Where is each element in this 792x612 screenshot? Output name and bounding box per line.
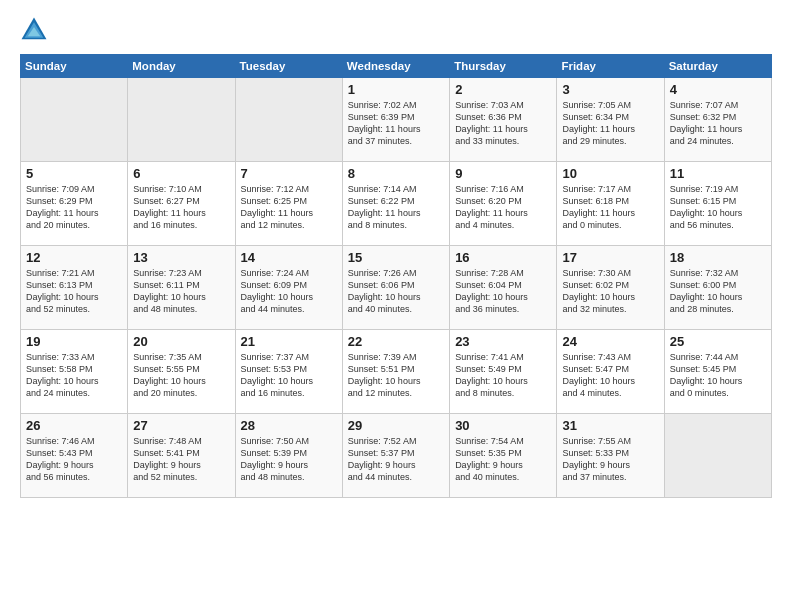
calendar-cell — [235, 78, 342, 162]
header-row: SundayMondayTuesdayWednesdayThursdayFrid… — [21, 55, 772, 78]
calendar-cell: 31Sunrise: 7:55 AM Sunset: 5:33 PM Dayli… — [557, 414, 664, 498]
calendar-cell: 11Sunrise: 7:19 AM Sunset: 6:15 PM Dayli… — [664, 162, 771, 246]
cell-info: Sunrise: 7:16 AM Sunset: 6:20 PM Dayligh… — [455, 183, 551, 232]
cell-info: Sunrise: 7:30 AM Sunset: 6:02 PM Dayligh… — [562, 267, 658, 316]
day-number: 26 — [26, 418, 122, 433]
calendar-cell: 19Sunrise: 7:33 AM Sunset: 5:58 PM Dayli… — [21, 330, 128, 414]
day-number: 11 — [670, 166, 766, 181]
calendar-cell: 28Sunrise: 7:50 AM Sunset: 5:39 PM Dayli… — [235, 414, 342, 498]
calendar-cell: 17Sunrise: 7:30 AM Sunset: 6:02 PM Dayli… — [557, 246, 664, 330]
calendar-cell: 7Sunrise: 7:12 AM Sunset: 6:25 PM Daylig… — [235, 162, 342, 246]
cell-info: Sunrise: 7:39 AM Sunset: 5:51 PM Dayligh… — [348, 351, 444, 400]
day-number: 20 — [133, 334, 229, 349]
cell-info: Sunrise: 7:17 AM Sunset: 6:18 PM Dayligh… — [562, 183, 658, 232]
day-number: 27 — [133, 418, 229, 433]
cell-info: Sunrise: 7:43 AM Sunset: 5:47 PM Dayligh… — [562, 351, 658, 400]
day-number: 31 — [562, 418, 658, 433]
logo — [20, 16, 52, 44]
day-header-tuesday: Tuesday — [235, 55, 342, 78]
page: SundayMondayTuesdayWednesdayThursdayFrid… — [0, 0, 792, 612]
calendar-cell: 9Sunrise: 7:16 AM Sunset: 6:20 PM Daylig… — [450, 162, 557, 246]
day-number: 16 — [455, 250, 551, 265]
calendar-cell: 15Sunrise: 7:26 AM Sunset: 6:06 PM Dayli… — [342, 246, 449, 330]
day-number: 18 — [670, 250, 766, 265]
day-number: 23 — [455, 334, 551, 349]
day-number: 22 — [348, 334, 444, 349]
header — [20, 16, 772, 44]
day-number: 17 — [562, 250, 658, 265]
logo-icon — [20, 16, 48, 44]
day-number: 15 — [348, 250, 444, 265]
cell-info: Sunrise: 7:12 AM Sunset: 6:25 PM Dayligh… — [241, 183, 337, 232]
calendar-cell: 13Sunrise: 7:23 AM Sunset: 6:11 PM Dayli… — [128, 246, 235, 330]
cell-info: Sunrise: 7:46 AM Sunset: 5:43 PM Dayligh… — [26, 435, 122, 484]
calendar-cell: 24Sunrise: 7:43 AM Sunset: 5:47 PM Dayli… — [557, 330, 664, 414]
week-row-3: 12Sunrise: 7:21 AM Sunset: 6:13 PM Dayli… — [21, 246, 772, 330]
cell-info: Sunrise: 7:50 AM Sunset: 5:39 PM Dayligh… — [241, 435, 337, 484]
day-number: 29 — [348, 418, 444, 433]
day-number: 19 — [26, 334, 122, 349]
calendar-cell — [128, 78, 235, 162]
cell-info: Sunrise: 7:05 AM Sunset: 6:34 PM Dayligh… — [562, 99, 658, 148]
cell-info: Sunrise: 7:41 AM Sunset: 5:49 PM Dayligh… — [455, 351, 551, 400]
cell-info: Sunrise: 7:28 AM Sunset: 6:04 PM Dayligh… — [455, 267, 551, 316]
day-number: 4 — [670, 82, 766, 97]
calendar-cell: 30Sunrise: 7:54 AM Sunset: 5:35 PM Dayli… — [450, 414, 557, 498]
day-number: 2 — [455, 82, 551, 97]
day-number: 6 — [133, 166, 229, 181]
day-number: 3 — [562, 82, 658, 97]
calendar-cell: 6Sunrise: 7:10 AM Sunset: 6:27 PM Daylig… — [128, 162, 235, 246]
week-row-2: 5Sunrise: 7:09 AM Sunset: 6:29 PM Daylig… — [21, 162, 772, 246]
day-number: 5 — [26, 166, 122, 181]
day-number: 25 — [670, 334, 766, 349]
calendar-cell — [664, 414, 771, 498]
cell-info: Sunrise: 7:37 AM Sunset: 5:53 PM Dayligh… — [241, 351, 337, 400]
calendar-cell: 14Sunrise: 7:24 AM Sunset: 6:09 PM Dayli… — [235, 246, 342, 330]
calendar-cell: 22Sunrise: 7:39 AM Sunset: 5:51 PM Dayli… — [342, 330, 449, 414]
calendar-cell: 1Sunrise: 7:02 AM Sunset: 6:39 PM Daylig… — [342, 78, 449, 162]
calendar-cell: 29Sunrise: 7:52 AM Sunset: 5:37 PM Dayli… — [342, 414, 449, 498]
day-header-wednesday: Wednesday — [342, 55, 449, 78]
calendar-cell — [21, 78, 128, 162]
day-number: 28 — [241, 418, 337, 433]
calendar-cell: 2Sunrise: 7:03 AM Sunset: 6:36 PM Daylig… — [450, 78, 557, 162]
day-header-saturday: Saturday — [664, 55, 771, 78]
cell-info: Sunrise: 7:23 AM Sunset: 6:11 PM Dayligh… — [133, 267, 229, 316]
calendar-cell: 21Sunrise: 7:37 AM Sunset: 5:53 PM Dayli… — [235, 330, 342, 414]
calendar-cell: 4Sunrise: 7:07 AM Sunset: 6:32 PM Daylig… — [664, 78, 771, 162]
calendar-cell: 25Sunrise: 7:44 AM Sunset: 5:45 PM Dayli… — [664, 330, 771, 414]
calendar-cell: 8Sunrise: 7:14 AM Sunset: 6:22 PM Daylig… — [342, 162, 449, 246]
day-number: 24 — [562, 334, 658, 349]
day-header-sunday: Sunday — [21, 55, 128, 78]
calendar-cell: 3Sunrise: 7:05 AM Sunset: 6:34 PM Daylig… — [557, 78, 664, 162]
day-number: 30 — [455, 418, 551, 433]
calendar-cell: 26Sunrise: 7:46 AM Sunset: 5:43 PM Dayli… — [21, 414, 128, 498]
day-number: 14 — [241, 250, 337, 265]
cell-info: Sunrise: 7:14 AM Sunset: 6:22 PM Dayligh… — [348, 183, 444, 232]
day-number: 13 — [133, 250, 229, 265]
cell-info: Sunrise: 7:02 AM Sunset: 6:39 PM Dayligh… — [348, 99, 444, 148]
week-row-4: 19Sunrise: 7:33 AM Sunset: 5:58 PM Dayli… — [21, 330, 772, 414]
cell-info: Sunrise: 7:55 AM Sunset: 5:33 PM Dayligh… — [562, 435, 658, 484]
day-number: 10 — [562, 166, 658, 181]
day-number: 7 — [241, 166, 337, 181]
day-number: 1 — [348, 82, 444, 97]
week-row-5: 26Sunrise: 7:46 AM Sunset: 5:43 PM Dayli… — [21, 414, 772, 498]
cell-info: Sunrise: 7:03 AM Sunset: 6:36 PM Dayligh… — [455, 99, 551, 148]
day-header-friday: Friday — [557, 55, 664, 78]
cell-info: Sunrise: 7:19 AM Sunset: 6:15 PM Dayligh… — [670, 183, 766, 232]
calendar-cell: 5Sunrise: 7:09 AM Sunset: 6:29 PM Daylig… — [21, 162, 128, 246]
cell-info: Sunrise: 7:35 AM Sunset: 5:55 PM Dayligh… — [133, 351, 229, 400]
cell-info: Sunrise: 7:21 AM Sunset: 6:13 PM Dayligh… — [26, 267, 122, 316]
cell-info: Sunrise: 7:24 AM Sunset: 6:09 PM Dayligh… — [241, 267, 337, 316]
day-number: 9 — [455, 166, 551, 181]
calendar-table: SundayMondayTuesdayWednesdayThursdayFrid… — [20, 54, 772, 498]
cell-info: Sunrise: 7:09 AM Sunset: 6:29 PM Dayligh… — [26, 183, 122, 232]
calendar-cell: 27Sunrise: 7:48 AM Sunset: 5:41 PM Dayli… — [128, 414, 235, 498]
cell-info: Sunrise: 7:26 AM Sunset: 6:06 PM Dayligh… — [348, 267, 444, 316]
day-number: 8 — [348, 166, 444, 181]
cell-info: Sunrise: 7:32 AM Sunset: 6:00 PM Dayligh… — [670, 267, 766, 316]
cell-info: Sunrise: 7:48 AM Sunset: 5:41 PM Dayligh… — [133, 435, 229, 484]
calendar-cell: 18Sunrise: 7:32 AM Sunset: 6:00 PM Dayli… — [664, 246, 771, 330]
cell-info: Sunrise: 7:44 AM Sunset: 5:45 PM Dayligh… — [670, 351, 766, 400]
